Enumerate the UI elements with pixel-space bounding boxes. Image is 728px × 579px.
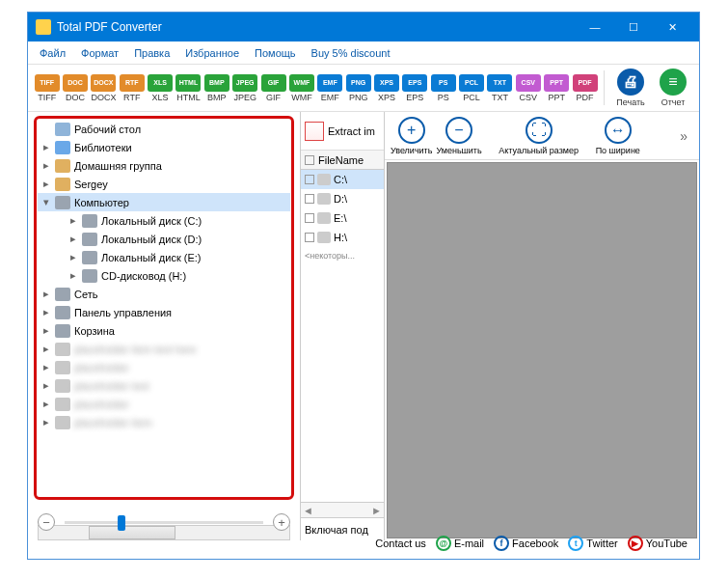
preview-area	[387, 162, 697, 538]
slider-knob[interactable]	[118, 515, 125, 531]
tree-item[interactable]: ▸Сеть	[38, 285, 290, 303]
close-button[interactable]: ✕	[653, 13, 691, 41]
filename-column: FileName	[318, 154, 364, 166]
preview-panel: +Увеличить −Уменьшить ⛶Актуальный размер…	[385, 112, 699, 540]
format-gif[interactable]: GIFGIF	[260, 74, 286, 102]
email-link[interactable]: @E-mail	[436, 536, 484, 551]
tree-item[interactable]: ▸placeholder	[38, 358, 290, 376]
fit-width-btn[interactable]: ↔По ширине	[596, 117, 640, 155]
tree-item[interactable]: ▸placeholder item	[38, 413, 290, 431]
include-subfolders[interactable]: Включая под	[301, 517, 384, 540]
row-checkbox[interactable]	[305, 233, 314, 242]
select-all-checkbox[interactable]	[305, 155, 314, 165]
truncated-text: <некоторы...	[301, 247, 384, 264]
tree-item[interactable]: ▸Корзина	[38, 321, 290, 340]
format-bmp[interactable]: BMPBMP	[203, 74, 229, 102]
format-ps[interactable]: PSPS	[430, 74, 456, 102]
drive-icon	[317, 212, 331, 224]
format-pcl[interactable]: PCLPCL	[458, 74, 484, 102]
menubar: Файл Формат Правка Избранное Помощь Buy …	[28, 41, 699, 65]
menu-help[interactable]: Помощь	[249, 44, 302, 62]
facebook-link[interactable]: fFacebook	[494, 536, 558, 551]
format-pdf[interactable]: PDFPDF	[572, 74, 598, 102]
zoom-in-button[interactable]: +	[273, 513, 290, 531]
zoom-out-btn[interactable]: −Уменьшить	[436, 117, 481, 155]
folder-tree[interactable]: Рабочий стол▸Библиотеки▸Домашняя группа▸…	[38, 120, 290, 496]
contact-label: Contact us	[375, 538, 426, 549]
window-title: Total PDF Converter	[57, 20, 576, 34]
row-checkbox[interactable]	[305, 194, 314, 204]
format-xls[interactable]: XLSXLS	[147, 74, 173, 102]
drive-icon	[317, 174, 331, 185]
format-docx[interactable]: DOCXDOCX	[91, 74, 117, 102]
twitter-link[interactable]: tTwitter	[568, 536, 617, 551]
slider-track[interactable]	[65, 521, 263, 524]
format-jpeg[interactable]: JPEGJPEG	[232, 74, 258, 102]
file-row[interactable]: D:\	[301, 189, 384, 208]
workarea: Рабочий стол▸Библиотеки▸Домашняя группа▸…	[28, 112, 699, 540]
tree-item[interactable]: ▸Локальный диск (D:)	[38, 230, 290, 248]
footer: Contact us @E-mail fFacebook tTwitter ▶Y…	[375, 536, 688, 551]
minimize-button[interactable]: —	[576, 13, 614, 41]
maximize-button[interactable]: ☐	[614, 13, 653, 41]
view-toolbar: +Увеличить −Уменьшить ⛶Актуальный размер…	[385, 112, 699, 160]
file-hscrollbar[interactable]: ◄►	[301, 502, 384, 517]
format-txt[interactable]: TXTTXT	[487, 74, 513, 102]
tree-panel: Рабочий стол▸Библиотеки▸Домашняя группа▸…	[28, 112, 300, 540]
report-button[interactable]: ≡Отчет	[653, 69, 693, 107]
format-rtf[interactable]: RTFRTF	[119, 74, 145, 102]
format-toolbar: TIFFTIFFDOCDOCDOCXDOCXRTFRTFXLSXLSHTMLHT…	[28, 65, 699, 112]
row-checkbox[interactable]	[305, 213, 314, 223]
extract-icon[interactable]	[305, 122, 324, 141]
drive-icon	[317, 193, 331, 205]
format-emf[interactable]: EMFEMF	[317, 74, 343, 102]
format-html[interactable]: HTMLHTML	[175, 74, 202, 102]
extract-label: Extract im	[328, 125, 375, 137]
format-xps[interactable]: XPSXPS	[373, 74, 399, 102]
drive-icon	[317, 232, 331, 243]
actual-size-btn[interactable]: ⛶Актуальный размер	[486, 117, 592, 155]
tree-item[interactable]: ▸Локальный диск (E:)	[38, 248, 290, 266]
tree-item[interactable]: ▸placeholder	[38, 395, 290, 413]
tree-item[interactable]: ▸CD-дисковод (H:)	[38, 266, 290, 285]
menu-favorites[interactable]: Избранное	[179, 44, 245, 62]
file-row[interactable]: E:\	[301, 208, 384, 228]
menu-format[interactable]: Формат	[75, 44, 124, 62]
file-row[interactable]: C:\	[301, 170, 384, 189]
more-icon[interactable]: »	[680, 128, 693, 144]
tree-item[interactable]: ▸Библиотеки	[38, 138, 290, 156]
tree-item[interactable]: ▸placeholder text	[38, 376, 290, 395]
menu-file[interactable]: Файл	[34, 44, 71, 62]
app-icon	[36, 19, 51, 35]
print-button[interactable]: 🖨Печать	[610, 69, 651, 107]
tree-item[interactable]: ▸Локальный диск (C:)	[38, 211, 290, 230]
format-doc[interactable]: DOCDOC	[62, 74, 88, 102]
zoom-in-btn[interactable]: +Увеличить	[391, 117, 432, 155]
row-checkbox[interactable]	[305, 175, 314, 184]
format-tiff[interactable]: TIFFTIFF	[34, 74, 60, 102]
youtube-link[interactable]: ▶YouTube	[628, 536, 688, 551]
format-wmf[interactable]: WMFWMF	[288, 74, 314, 102]
tree-item[interactable]: ▸placeholder item text here	[38, 340, 290, 358]
tree-item[interactable]: ▾Компьютер	[38, 193, 290, 211]
zoom-out-button[interactable]: −	[38, 513, 55, 531]
file-header[interactable]: FileName	[301, 151, 384, 170]
format-eps[interactable]: EPSEPS	[402, 74, 428, 102]
titlebar: Total PDF Converter — ☐ ✕	[28, 13, 699, 41]
tree-item[interactable]: ▸Панель управления	[38, 303, 290, 321]
menu-edit[interactable]: Правка	[128, 44, 175, 62]
zoom-slider: − +	[38, 511, 290, 533]
tree-item[interactable]: ▸Sergey	[38, 175, 290, 193]
format-png[interactable]: PNGPNG	[345, 74, 371, 102]
app-window: Total PDF Converter — ☐ ✕ Файл Формат Пр…	[27, 12, 700, 560]
file-row[interactable]: H:\	[301, 228, 384, 247]
menu-discount[interactable]: Buy 5% discount	[306, 44, 396, 62]
format-ppt[interactable]: PPTPPT	[543, 74, 569, 102]
format-csv[interactable]: CSVCSV	[515, 74, 541, 102]
file-toolbar: Extract im	[301, 112, 384, 151]
tree-root[interactable]: Рабочий стол	[38, 120, 290, 138]
tree-item[interactable]: ▸Домашняя группа	[38, 156, 290, 175]
file-list-panel: Extract im FileName C:\D:\E:\H:\ <некото…	[300, 112, 385, 540]
